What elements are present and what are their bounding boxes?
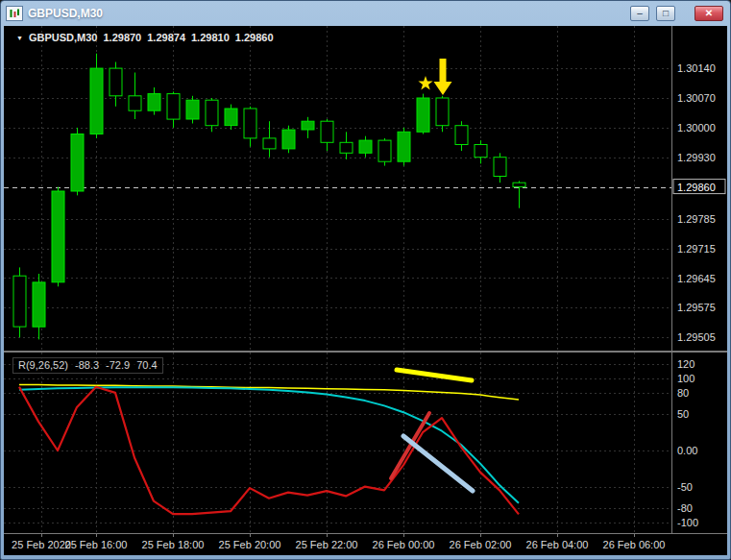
restore-icon: □ [663, 8, 669, 19]
svg-text:25 Feb 16:00: 25 Feb 16:00 [65, 539, 128, 550]
svg-text:100: 100 [677, 373, 694, 384]
restore-button[interactable]: □ [656, 6, 675, 21]
ohlc-close: 1.29860 [235, 32, 274, 43]
ohlc-low: 1.29810 [191, 32, 230, 43]
svg-text:1.29575: 1.29575 [677, 302, 716, 313]
svg-text:25 Feb 2020: 25 Feb 2020 [12, 539, 71, 550]
red-trendline[interactable] [391, 413, 429, 478]
svg-text:1.29505: 1.29505 [677, 331, 716, 343]
svg-text:-100: -100 [677, 517, 698, 528]
indicator-value-3: 70.4 [136, 359, 157, 371]
close-icon: ✕ [705, 8, 713, 19]
svg-text:1.29715: 1.29715 [677, 243, 716, 255]
indicator-name: R(9,26,52) [18, 359, 68, 371]
svg-text:25 Feb 20:00: 25 Feb 20:00 [219, 539, 281, 550]
ohlc-high: 1.29874 [147, 32, 185, 43]
panel-separators [4, 26, 727, 534]
candlestick-series [13, 54, 525, 340]
ohlc-readout: ▼ GBPUSD,M30 1.29870 1.29874 1.29810 1.2… [16, 32, 274, 43]
window-controls: – □ ✕ [630, 6, 725, 21]
indicator-value-2: -72.9 [106, 359, 130, 371]
indicator-label: R(9,26,52) -88.3 -72.9 70.4 [12, 357, 163, 374]
time-axis[interactable]: 25 Feb 202025 Feb 16:0025 Feb 18:0025 Fe… [12, 533, 665, 550]
svg-text:0.00: 0.00 [677, 445, 697, 456]
svg-text:26 Feb 02:00: 26 Feb 02:00 [450, 539, 512, 550]
minimize-icon: – [637, 8, 643, 19]
svg-text:120: 120 [677, 358, 694, 370]
svg-text:25 Feb 22:00: 25 Feb 22:00 [296, 539, 358, 550]
svg-text:50: 50 [677, 408, 689, 420]
close-button[interactable]: ✕ [694, 6, 723, 21]
down-arrow-marker[interactable] [434, 59, 452, 95]
window-titlebar[interactable]: GBPUSD,M30 – □ ✕ [4, 1, 727, 26]
chart-canvas[interactable]: 1.301401.300701.300001.299301.298601.297… [4, 26, 727, 555]
svg-text:26 Feb 00:00: 26 Feb 00:00 [373, 539, 435, 550]
indicator-value-1: -88.3 [75, 359, 99, 371]
symbol-dropdown-icon[interactable]: ▼ [16, 35, 23, 41]
ohlc-open: 1.29870 [103, 32, 141, 43]
mini-candles-glyph [9, 9, 20, 18]
svg-text:25 Feb 18:00: 25 Feb 18:00 [142, 539, 205, 550]
minimize-button[interactable]: – [630, 6, 649, 21]
svg-text:26 Feb 04:00: 26 Feb 04:00 [526, 539, 589, 550]
svg-text:1.29860: 1.29860 [677, 182, 716, 193]
mt4-chart-window: GBPUSD,M30 – □ ✕ 1.301401.300701.300001.… [0, 0, 731, 560]
indicator-lines [19, 385, 519, 515]
window-title: GBPUSD,M30 [28, 7, 103, 20]
grid [4, 26, 671, 532]
svg-text:80: 80 [677, 387, 689, 399]
svg-text:1.29930: 1.29930 [677, 152, 716, 163]
star-marker[interactable] [418, 76, 432, 90]
svg-text:1.30140: 1.30140 [677, 62, 716, 74]
chart-area[interactable]: 1.301401.300701.300001.299301.298601.297… [4, 26, 727, 555]
svg-text:-80: -80 [677, 502, 693, 514]
svg-text:26 Feb 06:00: 26 Feb 06:00 [603, 539, 666, 550]
svg-text:1.30070: 1.30070 [677, 92, 716, 104]
chart-window-icon [6, 6, 23, 21]
svg-text:1.30000: 1.30000 [677, 122, 716, 134]
svg-text:1.29645: 1.29645 [677, 273, 716, 284]
cyan-line [19, 387, 519, 503]
svg-text:1.29785: 1.29785 [677, 213, 716, 225]
price-axis[interactable]: 1.301401.300701.300001.299301.298601.297… [673, 62, 725, 528]
lightblue-trendline[interactable] [403, 436, 473, 491]
svg-text:-50: -50 [677, 481, 693, 493]
ohlc-symbol: GBPUSD,M30 [29, 32, 98, 43]
